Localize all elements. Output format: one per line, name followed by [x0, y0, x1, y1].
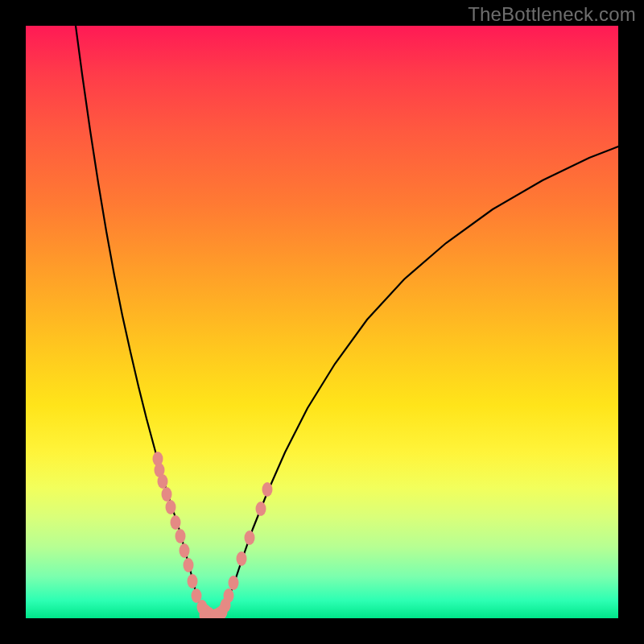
data-point-left-sample-points: [184, 558, 194, 572]
curve-layer: [26, 26, 618, 618]
curve-right-branch: [223, 147, 618, 613]
data-point-left-sample-points: [158, 474, 168, 489]
data-point-left-sample-points: [166, 500, 176, 514]
data-point-left-sample-points: [180, 543, 190, 558]
data-point-left-sample-points: [175, 529, 186, 543]
chart-frame: TheBottleneck.com: [0, 0, 644, 644]
data-point-right-sample-points: [237, 551, 247, 566]
data-point-left-sample-points: [162, 487, 172, 502]
watermark-text: TheBottleneck.com: [468, 3, 636, 26]
data-point-left-sample-points: [188, 574, 198, 588]
data-point-right-sample-points: [256, 502, 266, 516]
data-point-left-sample-points: [171, 515, 181, 530]
data-point-right-sample-points: [262, 482, 273, 497]
data-point-right-sample-points: [229, 576, 239, 590]
curve-left-branch: [76, 26, 203, 613]
data-point-right-sample-points: [245, 530, 255, 545]
data-point-right-sample-points: [224, 588, 234, 603]
plot-area: [26, 26, 618, 618]
